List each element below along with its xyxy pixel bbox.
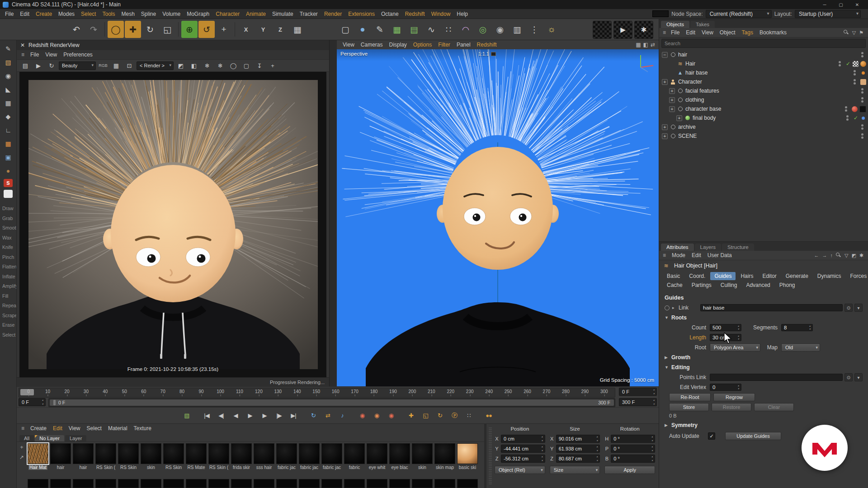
menu-mograph[interactable]: MoGraph: [184, 11, 212, 17]
material-tab-all[interactable]: All: [19, 435, 34, 441]
material-tab-no-layer[interactable]: No Layer: [35, 435, 64, 441]
viewport-menu-filter[interactable]: Filter: [435, 42, 453, 48]
material-tab-layer[interactable]: Layer: [65, 435, 87, 441]
re-root-button[interactable]: Re-Root: [669, 393, 711, 401]
rgb-channels-button[interactable]: RGB: [97, 61, 109, 70]
attr-tab-culling[interactable]: Culling: [717, 281, 741, 289]
attr-tab-dynamics[interactable]: Dynamics: [813, 272, 845, 280]
key-parameter-button[interactable]: Ⓟ: [448, 410, 461, 421]
sculpt-tool-fill[interactable]: Fill: [0, 291, 16, 301]
cube-tool-icon[interactable]: ▧: [2, 57, 14, 68]
viewport-canvas[interactable]: Perspective 1:1.1 Grid Spacing : 5000 cm: [337, 49, 659, 386]
spinner-icon[interactable]: ▴▾: [540, 436, 544, 442]
editing-section-header[interactable]: ▼ Editing: [665, 362, 863, 372]
go-to-end-button[interactable]: ▶|: [287, 410, 300, 421]
material-menu-edit[interactable]: Edit: [50, 425, 66, 432]
spinner-icon[interactable]: ▴▾: [41, 399, 45, 405]
object-menu-tags[interactable]: Tags: [739, 29, 756, 36]
material-item-skin-map[interactable]: skin map: [434, 443, 456, 470]
object-menu-view[interactable]: View: [698, 29, 717, 36]
position-z-field[interactable]: -56.312 cm▴▾: [501, 455, 545, 463]
orange-dot-tag[interactable]: [862, 71, 865, 75]
auto-update-checkbox[interactable]: ✓: [708, 432, 715, 440]
field-button[interactable]: ◎: [475, 21, 491, 38]
menu-tracker[interactable]: Tracker: [297, 11, 321, 17]
expander-icon[interactable]: +: [669, 88, 675, 94]
menu-modes[interactable]: Modes: [55, 11, 78, 17]
simulation-palette-button[interactable]: ●●: [482, 410, 495, 421]
menu-volume[interactable]: Volume: [159, 11, 184, 17]
zoom-fit-button[interactable]: ▢: [241, 61, 252, 70]
hamburger-icon[interactable]: ≡: [19, 52, 26, 58]
drop-tool-icon[interactable]: ●: [2, 165, 14, 176]
prism-tool-icon[interactable]: ◆: [2, 111, 14, 122]
y-axis-lock-button[interactable]: Y: [255, 21, 271, 38]
maximize-button[interactable]: ▢: [833, 0, 849, 9]
undo-button[interactable]: ↶: [68, 21, 85, 38]
view-frame-button[interactable]: ▢: [337, 21, 354, 38]
menu-redshift[interactable]: Redshift: [402, 11, 428, 17]
material-item-frida-skir[interactable]: frida skir: [230, 443, 253, 470]
key-pla-button[interactable]: ∷: [462, 410, 476, 421]
material-item-rs-skin[interactable]: RS Skin (: [208, 443, 230, 470]
expander-icon[interactable]: +: [676, 115, 682, 121]
playback-rate-button[interactable]: ⇄: [321, 410, 335, 421]
apply-button[interactable]: Apply: [604, 466, 655, 474]
sculpt-tool-erase[interactable]: Erase: [0, 320, 16, 330]
object-menu-edit[interactable]: Edit: [683, 29, 698, 36]
move-tool[interactable]: ✚: [125, 21, 141, 38]
false-color-button[interactable]: ◯: [227, 61, 239, 70]
material-item-hair[interactable]: hair: [72, 443, 94, 470]
tree-row-final-body[interactable]: +final body✓: [659, 113, 868, 122]
attr-tab-cache[interactable]: Cache: [663, 281, 687, 289]
menu-window[interactable]: Window: [428, 11, 454, 17]
ipr-play-button[interactable]: ▶: [33, 61, 44, 70]
save-image-button[interactable]: ↧: [254, 61, 265, 70]
points-link-field[interactable]: [710, 374, 843, 381]
substance-tool-icon[interactable]: S: [4, 179, 13, 187]
sculpt-tool-repeat[interactable]: Repeat: [0, 301, 16, 311]
visibility-dots[interactable]: [860, 124, 864, 130]
timeline-range-bar[interactable]: 0 F 300 F: [50, 399, 614, 406]
parent-object-icon[interactable]: ↑: [830, 253, 833, 258]
search-input[interactable]: Search: [661, 39, 866, 48]
rotate-tool[interactable]: ↻: [142, 21, 158, 38]
lock-icon[interactable]: ◩: [851, 253, 856, 258]
regrow-button[interactable]: Regrow: [713, 393, 755, 401]
spinner-icon[interactable]: ▴▾: [652, 399, 656, 405]
expander-icon[interactable]: +: [662, 79, 668, 85]
position-x-field[interactable]: 0 cm▴▾: [501, 435, 545, 443]
keyframe-selection-button[interactable]: ◉: [384, 410, 398, 421]
material-item-eye-whit[interactable]: eye whit: [366, 443, 388, 470]
sculpt-tool-scrape[interactable]: Scrape: [0, 311, 16, 321]
current-frame-field[interactable]: 0 F▴▾: [619, 388, 657, 396]
visibility-dots[interactable]: [845, 115, 850, 121]
material-item-rs-mate[interactable]: RS Mate: [185, 443, 208, 470]
key-scale-button[interactable]: ◱: [419, 410, 432, 421]
map-select[interactable]: Old: [781, 343, 820, 352]
attr-tab-phong[interactable]: Phong: [775, 281, 799, 289]
material-item-skin[interactable]: skin: [140, 443, 162, 470]
drag-grip-icon[interactable]: [489, 427, 492, 484]
objects-tab-takes[interactable]: Takes: [690, 21, 715, 28]
record-keyframe-button[interactable]: ◉: [355, 410, 369, 421]
expander-icon[interactable]: +: [669, 97, 675, 103]
menu-edit[interactable]: Edit: [17, 11, 33, 17]
quad-view-icon[interactable]: ▦: [636, 42, 641, 48]
expander-icon[interactable]: +: [662, 133, 668, 139]
single-view-icon[interactable]: ◧: [643, 42, 648, 48]
x-axis-lock-button[interactable]: X: [238, 21, 254, 38]
viewport-menu-panel[interactable]: Panel: [453, 42, 474, 48]
sculpt-tool-wax[interactable]: Wax: [0, 233, 16, 243]
timeline-ruler[interactable]: 0102030405060708090100110120130140150160…: [19, 388, 615, 398]
mograph-cloner-button[interactable]: ▦: [389, 21, 405, 38]
viewport-menu-cameras[interactable]: Cameras: [358, 42, 386, 48]
tree-row-character-base[interactable]: +character base: [659, 104, 868, 113]
attribute-menu-edit[interactable]: Edit: [689, 252, 704, 258]
checker-tag[interactable]: [853, 61, 859, 67]
menu-mesh[interactable]: Mesh: [118, 11, 137, 17]
attr-tab-guides[interactable]: Guides: [710, 272, 736, 280]
points-link-pick-icon[interactable]: ⊙: [844, 373, 853, 381]
hamburger-icon[interactable]: ≡: [661, 29, 668, 36]
overflow-menu-button[interactable]: ⋮: [526, 21, 542, 38]
